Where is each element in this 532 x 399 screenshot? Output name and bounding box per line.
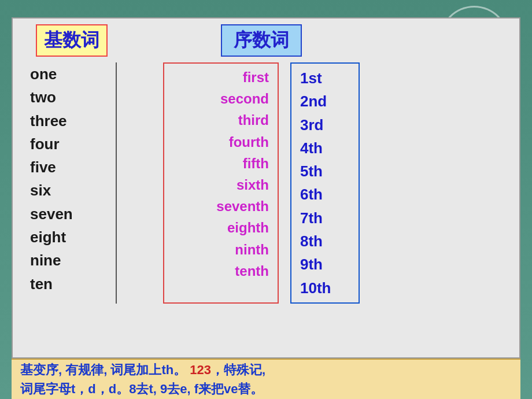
cardinal-word-5: five	[30, 156, 107, 179]
ordinal-num-9: 9th	[300, 253, 350, 276]
titles-row: 基数词 序数词	[13, 19, 519, 60]
ordinal-num-3: 3rd	[300, 113, 350, 136]
cardinal-word-4: four	[30, 132, 107, 156]
bottom-note: 基变序, 有规律, 词尾加上th。 123，特殊记, 词尾字母t，d，d。8去t…	[12, 359, 520, 399]
cardinal-word-9: nine	[30, 249, 107, 272]
ordinal-nums-column: 1st 2nd 3rd 4th 5th 6th 7th 8th 9th 10th	[290, 62, 360, 304]
ordinal-word-9: ninth	[173, 239, 269, 260]
ordinal-word-3: third	[173, 109, 269, 131]
ordinal-word-10: tenth	[173, 260, 269, 282]
ordinal-num-5: 5th	[300, 160, 350, 183]
ordinal-num-6: 6th	[300, 183, 350, 206]
ordinal-word-4: fourth	[173, 131, 269, 153]
ordinal-words-column: first second third fourth fifth sixth se…	[163, 62, 279, 304]
ordinal-num-4: 4th	[300, 136, 350, 160]
title-xushu: 序数词	[221, 24, 302, 57]
note-line1: 基变序, 有规律, 词尾加上th。 123，特殊记,	[20, 360, 512, 379]
note-line1-text: 基变序, 有规律, 词尾加上th。 123，特殊记,	[20, 363, 265, 377]
ordinal-word-1: first	[173, 66, 269, 88]
ordinal-word-8: eighth	[173, 217, 269, 238]
content-area: 基数词 序数词 one two three four five six seve…	[12, 17, 520, 359]
title-jishu: 基数词	[36, 24, 108, 57]
cardinal-column: one two three four five six seven eight …	[24, 62, 117, 304]
note-line2: 词尾字母t，d，d。8去t, 9去e, f来把ve替。	[20, 379, 512, 398]
ordinal-word-6: sixth	[173, 174, 269, 195]
columns-area: one two three four five six seven eight …	[13, 62, 519, 304]
cardinal-word-8: eight	[30, 226, 107, 249]
cardinal-word-2: two	[30, 86, 107, 109]
ordinal-word-5: fifth	[173, 153, 269, 174]
cardinal-word-7: seven	[30, 202, 107, 226]
ordinal-num-10: 10th	[300, 276, 350, 300]
cardinal-word-6: six	[30, 179, 107, 202]
cardinal-word-3: three	[30, 109, 107, 132]
ordinal-num-7: 7th	[300, 206, 350, 230]
ordinal-num-2: 2nd	[300, 90, 350, 113]
note-line2-text: 词尾字母t，d，d。8去t, 9去e, f来把ve替。	[20, 382, 263, 396]
cardinal-word-1: one	[30, 62, 107, 86]
ordinal-word-7: seventh	[173, 195, 269, 217]
ordinal-num-8: 8th	[300, 230, 350, 253]
cardinal-word-10: ten	[30, 272, 107, 295]
ordinal-num-1: 1st	[300, 66, 350, 90]
ordinal-word-2: second	[173, 88, 269, 109]
